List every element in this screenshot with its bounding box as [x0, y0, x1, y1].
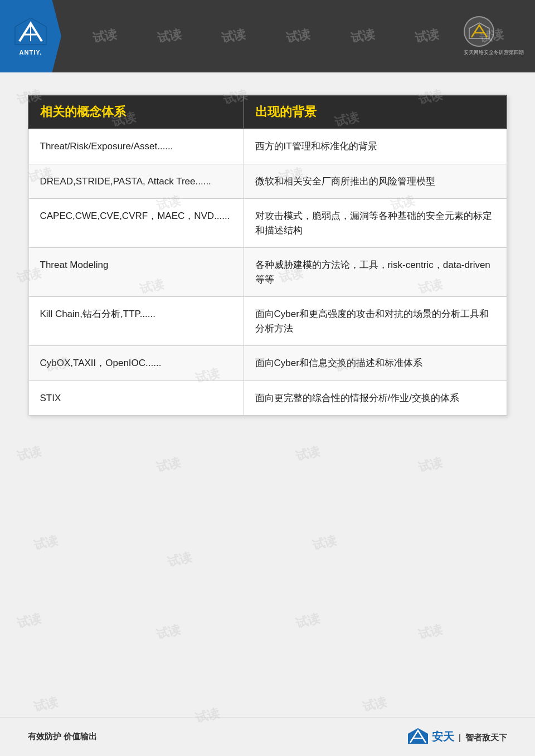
watermark: 试读 — [154, 454, 182, 476]
logo-area: ANTIY. — [0, 0, 61, 72]
cell-concept: CybOX,TAXII，OpenIOC...... — [28, 346, 244, 381]
col2-header: 出现的背景 — [244, 95, 507, 129]
cell-background: 面向更完整的综合性的情报分析/作业/交换的体系 — [244, 381, 507, 416]
concept-table: 相关的概念体系 出现的背景 Threat/Risk/Exposure/Asset… — [28, 95, 507, 416]
cell-concept: Threat/Risk/Exposure/Asset...... — [28, 129, 244, 164]
cell-background: 各种威胁建模的方法论，工具，risk-centric，data-driven等等 — [244, 248, 507, 297]
watermark: 试读 — [416, 454, 444, 476]
table-row: CAPEC,CWE,CVE,CVRF，MAEC，NVD......对攻击模式，脆… — [28, 199, 507, 248]
footer-logo-main: 安天 | 智者敌天下 — [432, 729, 507, 744]
header: ANTIY. 试读 试读 试读 试读 试读 试读 试读 安天网络安全冬训营第四期 — [0, 0, 535, 72]
watermark: 试读 — [166, 549, 193, 571]
cell-concept: STIX — [28, 381, 244, 416]
footer-tagline: 有效防护 价值输出 — [28, 731, 97, 742]
cell-background: 对攻击模式，脆弱点，漏洞等各种基础的安全元素的标定和描述结构 — [244, 199, 507, 248]
table-row: Threat/Risk/Exposure/Asset......西方的IT管理和… — [28, 129, 507, 164]
watermark: 试读 — [32, 532, 60, 554]
right-logo-circle — [464, 16, 494, 47]
col1-header: 相关的概念体系 — [28, 95, 244, 129]
footer-logo-sep: | — [459, 733, 461, 742]
cell-background: 面向Cyber和更高强度的攻击和对抗的场景的分析工具和分析方法 — [244, 297, 507, 346]
table-row: Kill Chain,钻石分析,TTP......面向Cyber和更高强度的攻击… — [28, 297, 507, 346]
right-logo-subtitle: 安天网络安全冬训营第四期 — [464, 49, 524, 56]
cell-concept: Kill Chain,钻石分析,TTP...... — [28, 297, 244, 346]
table-row: Threat Modeling各种威胁建模的方法论，工具，risk-centri… — [28, 248, 507, 297]
watermark: 试读 — [416, 621, 444, 643]
cell-background: 西方的IT管理和标准化的背景 — [244, 129, 507, 164]
watermark: 试读 — [32, 694, 60, 716]
table-row: STIX面向更完整的综合性的情报分析/作业/交换的体系 — [28, 381, 507, 416]
watermark: 试读 — [15, 610, 43, 632]
header-right-logo: 安天网络安全冬训营第四期 — [464, 16, 524, 56]
table-row: DREAD,STRIDE,PASTA, Attack Tree......微软和… — [28, 164, 507, 199]
footer-logo: 安天 | 智者敌天下 — [407, 727, 507, 747]
footer-logo-sub: 智者敌天下 — [465, 733, 507, 742]
table-row: CybOX,TAXII，OpenIOC......面向Cyber和信息交换的描述… — [28, 346, 507, 381]
cell-background: 微软和相关安全厂商所推出的风险管理模型 — [244, 164, 507, 199]
watermark: 试读 — [294, 610, 322, 632]
watermark: 试读 — [361, 694, 388, 716]
cell-concept: DREAD,STRIDE,PASTA, Attack Tree...... — [28, 164, 244, 199]
right-logo-svg — [468, 22, 490, 41]
watermark: 试读 — [154, 621, 182, 643]
cell-background: 面向Cyber和信息交换的描述和标准体系 — [244, 346, 507, 381]
logo-text: ANTIY. — [20, 49, 42, 56]
watermark: 试读 — [310, 532, 338, 554]
watermark: 试读 — [294, 443, 322, 465]
watermark: 试读 — [15, 443, 43, 465]
footer-logo-icon — [407, 727, 429, 747]
main-content: 相关的概念体系 出现的背景 Threat/Risk/Exposure/Asset… — [0, 72, 535, 432]
cell-concept: CAPEC,CWE,CVE,CVRF，MAEC，NVD...... — [28, 199, 244, 248]
antiy-logo-icon — [14, 17, 47, 47]
cell-concept: Threat Modeling — [28, 248, 244, 297]
footer: 有效防护 价值输出 安天 | 智者敌天下 — [0, 717, 535, 756]
